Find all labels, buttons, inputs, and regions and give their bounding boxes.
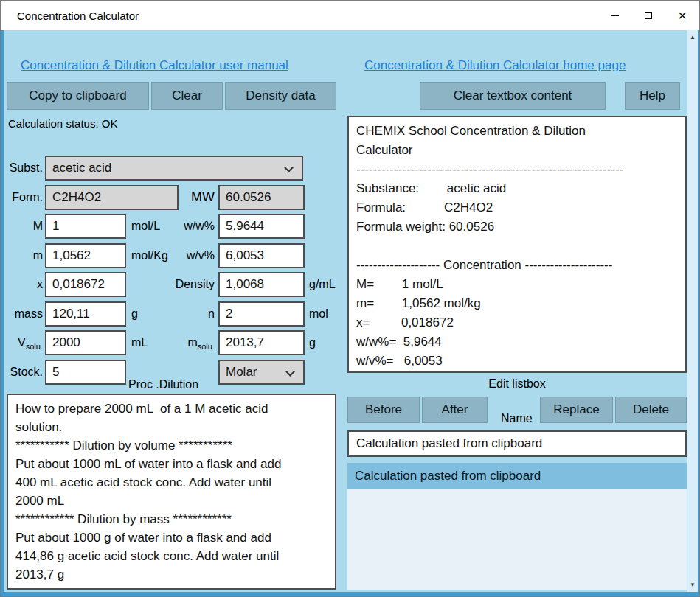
replace-button[interactable]: Replace bbox=[540, 397, 613, 423]
maximize-icon bbox=[645, 12, 652, 19]
user-manual-link[interactable]: Concentration & Dilution Calculator user… bbox=[21, 58, 288, 73]
ww-label: w/w% bbox=[141, 220, 215, 233]
concentration-calculator-window: Concentration Calculator × Concentration… bbox=[0, 0, 700, 597]
help-button[interactable]: Help bbox=[625, 82, 680, 110]
close-icon: × bbox=[678, 8, 687, 23]
substance-dropdown[interactable]: acetic acid bbox=[45, 156, 303, 181]
moles-field[interactable]: 2 bbox=[218, 301, 305, 327]
minimize-button[interactable] bbox=[597, 1, 631, 30]
copy-to-clipboard-button[interactable]: Copy to clipboard bbox=[7, 82, 149, 110]
ww-field[interactable]: 5,9644 bbox=[218, 214, 305, 239]
mass-label: mass bbox=[4, 307, 43, 321]
density-field[interactable]: 1,0068 bbox=[218, 272, 305, 297]
form-label: Form. bbox=[4, 191, 43, 204]
edit-listbox-heading: Edit listbox bbox=[347, 377, 687, 391]
msolu-field[interactable]: 2013,7 bbox=[218, 330, 305, 355]
after-button[interactable]: After bbox=[422, 397, 488, 423]
mw-field[interactable]: 60.0526 bbox=[218, 185, 305, 210]
mass-field[interactable]: 120,11 bbox=[45, 301, 126, 327]
proc-dilution-value: Molar bbox=[226, 365, 257, 380]
density-data-button[interactable]: Density data bbox=[225, 82, 336, 110]
list-item[interactable]: Calculation pasted from clipboard bbox=[347, 463, 687, 489]
moles-label: n bbox=[141, 307, 215, 321]
mass-unit-label: g bbox=[131, 307, 138, 321]
stock-label: Stock. bbox=[4, 366, 43, 379]
before-button[interactable]: Before bbox=[347, 397, 420, 423]
clear-textbox-content-button[interactable]: Clear textbox content bbox=[420, 82, 606, 110]
mole-fraction-label: x bbox=[4, 278, 43, 291]
maximize-button[interactable] bbox=[631, 1, 665, 30]
molality-field[interactable]: 1,0562 bbox=[45, 243, 126, 268]
scroll-down-icon[interactable]: ▼ bbox=[687, 582, 698, 588]
proc-dilution-dropdown[interactable]: Molar bbox=[218, 360, 305, 385]
minimize-icon bbox=[611, 15, 619, 16]
proc-dilution-label: Proc .Dilution bbox=[128, 378, 198, 391]
instructions-textbox[interactable]: How to prepare 2000 mL of a 1 M acetic a… bbox=[7, 394, 336, 590]
titlebar[interactable]: Concentration Calculator × bbox=[1, 1, 699, 30]
vertical-scrollbar[interactable]: ▲ ▼ bbox=[687, 30, 698, 592]
delete-button[interactable]: Delete bbox=[615, 397, 687, 423]
home-page-link[interactable]: Concentration & Dilution Calculator home… bbox=[364, 58, 626, 73]
chevron-down-icon bbox=[285, 367, 295, 377]
main-content: Concentration & Dilution Calculator user… bbox=[4, 30, 689, 592]
mole-fraction-field[interactable]: 0,018672 bbox=[45, 272, 126, 297]
calculation-status-label: Calculation status: OK bbox=[8, 117, 117, 130]
molality-label: m bbox=[4, 249, 43, 262]
molarity-field[interactable]: 1 bbox=[45, 214, 126, 239]
msolu-label: msolu. bbox=[141, 336, 215, 351]
stock-field[interactable]: 5 bbox=[45, 360, 126, 385]
substance-value: acetic acid bbox=[52, 161, 111, 175]
wv-label: w/v% bbox=[141, 249, 215, 262]
calculations-listbox[interactable]: Calculation pasted from clipboard bbox=[347, 463, 687, 590]
window-title: Concentration Calculator bbox=[17, 10, 139, 22]
wv-field[interactable]: 6,0053 bbox=[218, 243, 305, 268]
vsolu-field[interactable]: 2000 bbox=[45, 330, 126, 355]
vsolu-label: Vsolu. bbox=[4, 336, 43, 351]
output-textbox[interactable]: CHEMIX School Concentration & Dilution C… bbox=[347, 116, 687, 373]
density-unit-label: g/mL bbox=[309, 278, 336, 291]
close-button[interactable]: × bbox=[665, 1, 699, 30]
mw-label: MW bbox=[141, 189, 215, 205]
density-label: Density bbox=[141, 278, 215, 291]
chevron-down-icon bbox=[284, 163, 294, 172]
name-field[interactable]: Calculation pasted from clipboard bbox=[347, 430, 687, 457]
scroll-up-icon[interactable]: ▲ bbox=[687, 34, 698, 41]
window-controls: × bbox=[597, 1, 699, 30]
molarity-label: M bbox=[4, 220, 43, 233]
moles-unit-label: mol bbox=[309, 307, 328, 321]
subst-label: Subst. bbox=[4, 161, 43, 175]
name-label: Name bbox=[501, 412, 533, 425]
clear-button[interactable]: Clear bbox=[151, 82, 223, 110]
msolu-unit-label: g bbox=[309, 336, 316, 349]
